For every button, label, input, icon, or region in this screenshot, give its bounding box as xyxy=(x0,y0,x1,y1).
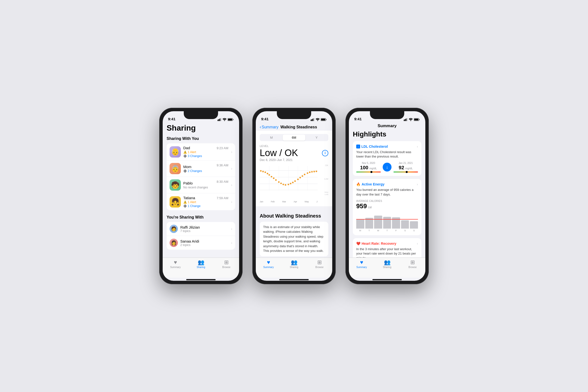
walking-chart: OK Low VeryLow xyxy=(260,164,328,198)
sharing-content: Sharing Sharing With You 👴 Dad ⚠️ 1 Aler… xyxy=(163,122,239,281)
person-pablo[interactable]: 🧒 Pablo No recent changes 8:30 AM › xyxy=(166,177,235,193)
chol-bar-new xyxy=(394,172,418,172)
tab-sharing-label-2: Sharing xyxy=(290,266,298,268)
x-apr: Apr xyxy=(294,200,297,203)
sharing-with-you-cards: 👴 Dad ⚠️ 1 Alert ➕ 3 Changes 9:23 A xyxy=(166,143,235,210)
bar-sat xyxy=(401,220,409,228)
tab-browse-icon-3: ⊞ xyxy=(410,260,415,265)
avg-line xyxy=(356,219,418,220)
status-time-2: 9:41 xyxy=(261,117,268,121)
avatar-dad: 👴 xyxy=(170,146,181,158)
back-button[interactable]: ‹ Summary xyxy=(260,124,278,130)
person-tatiana[interactable]: 👧 Tatiana ⚠️ 1 Alert ➕ 1 Change 7:5 xyxy=(166,193,235,210)
svg-rect-6 xyxy=(311,120,312,121)
summary-content: Summary Highlights ↕ LDL Cholesterol › Y… xyxy=(349,122,425,281)
tab-sharing-1[interactable]: 👥 Sharing xyxy=(188,260,214,268)
person-sanaa[interactable]: 👩 Sanaa Aridi 2 topics › xyxy=(166,236,235,250)
info-button[interactable]: i xyxy=(322,150,328,156)
svg-rect-46 xyxy=(404,120,404,121)
chevron-dad: › xyxy=(231,150,232,154)
svg-point-25 xyxy=(268,174,270,176)
tab-6month[interactable]: 6M xyxy=(283,134,305,141)
tab-browse-1[interactable]: ⊞ Browse xyxy=(214,260,239,268)
svg-point-27 xyxy=(273,178,274,179)
tab-sharing-icon-2: 👥 xyxy=(291,260,298,265)
bar-thu xyxy=(383,217,391,228)
x-j: J xyxy=(316,200,318,203)
ws-about-title: About Walking Steadiness xyxy=(260,213,328,219)
svg-rect-5 xyxy=(228,119,232,120)
person-dad[interactable]: 👴 Dad ⚠️ 1 Alert ➕ 3 Changes 9:23 A xyxy=(166,143,235,160)
person-raffi[interactable]: 🧑 Raffi Jilizian 7 topics › xyxy=(166,222,235,236)
bar-days: M T W T F S S xyxy=(356,229,418,232)
person-changes-tatiana: ➕ 1 Change xyxy=(183,204,232,208)
svg-point-33 xyxy=(288,184,289,185)
time-mom: 9:36 AM xyxy=(216,164,228,167)
x-mar: Mar xyxy=(282,200,286,203)
notch-3 xyxy=(370,111,404,119)
tab-sharing-icon-1: 👥 xyxy=(198,260,204,265)
status-icons-2 xyxy=(311,118,327,121)
heart-card[interactable]: ❤️ Heart Rate: Recovery › In the 3 minut… xyxy=(353,238,422,258)
bar-sun xyxy=(410,221,418,228)
svg-point-35 xyxy=(292,182,294,183)
tab-browse-3[interactable]: ⊞ Browse xyxy=(400,260,425,268)
tab-summary-label-3: Summary xyxy=(356,266,367,268)
person-mom[interactable]: 👵 Mom ➕ 2 Changes 9:36 AM › xyxy=(166,160,235,177)
svg-point-30 xyxy=(280,182,282,184)
svg-point-43 xyxy=(311,171,312,172)
chol-value-number-old: 100 xyxy=(360,165,368,170)
svg-point-26 xyxy=(271,176,272,178)
svg-rect-7 xyxy=(312,119,312,121)
svg-rect-0 xyxy=(218,120,218,121)
chevron-sanaa: › xyxy=(231,241,232,245)
ws-screen[interactable]: ‹ Summary Walking Steadiness M 6M Y LEVE… xyxy=(256,122,332,258)
svg-rect-8 xyxy=(312,118,313,121)
heart-card-header: ❤️ Heart Rate: Recovery › xyxy=(356,242,418,246)
time-pablo: 8:30 AM xyxy=(216,180,228,184)
tab-browse-label-3: Browse xyxy=(408,266,416,268)
heart-title: ❤️ Heart Rate: Recovery xyxy=(356,242,396,246)
tab-year[interactable]: Y xyxy=(305,134,328,141)
sharing-screen[interactable]: Sharing Sharing With You 👴 Dad ⚠️ 1 Aler… xyxy=(163,122,239,258)
highlights-title: Highlights xyxy=(349,130,425,141)
chol-dot-old xyxy=(370,171,372,173)
chart-x-labels: Jan Feb Mar Apr May J xyxy=(260,200,328,203)
ldl-title: ↕ LDL Cholesterol xyxy=(356,144,388,148)
svg-point-31 xyxy=(282,184,284,185)
you-sharing-header: You're Sharing With xyxy=(166,215,235,220)
ws-page-title: Walking Steadiness xyxy=(280,125,317,129)
person-info-sanaa: Sanaa Aridi 2 topics xyxy=(180,239,232,247)
person-name-raffi: Raffi Jilizian xyxy=(180,225,232,229)
tab-summary-3[interactable]: ♥ Summary xyxy=(349,260,374,268)
tab-bar-3: ♥ Summary 👥 Sharing ⊞ Browse xyxy=(349,258,425,278)
you-sharing-cards: 🧑 Raffi Jilizian 7 topics › 👩 Sanaa Arid… xyxy=(166,222,235,250)
calories-header: 959 cal xyxy=(356,202,418,210)
svg-rect-49 xyxy=(407,118,408,121)
tab-sharing-2[interactable]: 👥 Sharing xyxy=(281,260,307,268)
tab-summary-2[interactable]: ♥ Summary xyxy=(256,260,281,268)
back-chevron-icon: ‹ xyxy=(260,124,261,130)
tab-sharing-3[interactable]: 👥 Sharing xyxy=(374,260,400,268)
tab-sharing-icon-3: 👥 xyxy=(384,260,390,265)
tab-summary-label-2: Summary xyxy=(264,266,274,268)
summary-screen[interactable]: Summary Highlights ↕ LDL Cholesterol › Y… xyxy=(349,122,425,258)
svg-rect-51 xyxy=(414,119,418,120)
calories-unit: cal xyxy=(368,206,372,209)
svg-point-21 xyxy=(260,170,262,172)
alert-icon-dad: ⚠️ 1 Alert xyxy=(183,150,196,154)
ldl-card-header: ↕ LDL Cholesterol › xyxy=(356,144,418,148)
wifi-icon-2 xyxy=(316,118,320,121)
arrow-down-icon: ↓ xyxy=(383,163,392,172)
ldl-card[interactable]: ↕ LDL Cholesterol › Your recent LDL Chol… xyxy=(353,141,422,176)
status-icons-1 xyxy=(218,118,234,121)
energy-card[interactable]: 🔥 Active Energy › You burned an average … xyxy=(353,179,422,235)
tab-summary-1[interactable]: ♥ Summary xyxy=(163,260,188,268)
level-value-row: Low / OK i xyxy=(260,148,328,158)
tab-browse-2[interactable]: ⊞ Browse xyxy=(307,260,332,268)
ldl-icon: ↕ xyxy=(356,144,360,148)
home-indicator-2 xyxy=(279,279,309,280)
tab-month[interactable]: M xyxy=(260,134,283,141)
avatar-mom: 👵 xyxy=(170,163,181,174)
avatar-tatiana: 👧 xyxy=(170,196,181,208)
